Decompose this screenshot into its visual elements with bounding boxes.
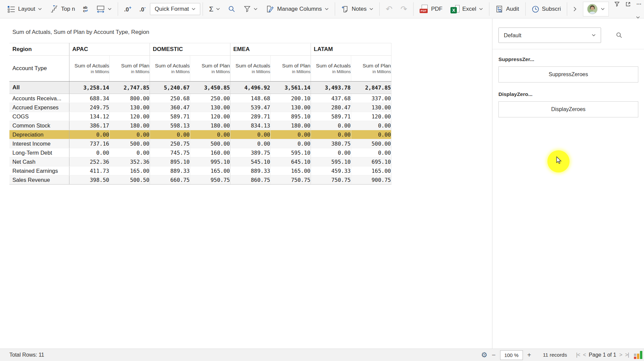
- value-cell[interactable]: 0.00: [351, 148, 391, 157]
- last-page-button[interactable]: >|: [625, 352, 629, 358]
- region-header-latam[interactable]: LATAM: [311, 43, 391, 56]
- row-label[interactable]: Sales Revenue: [9, 175, 69, 185]
- quick-format-button[interactable]: Quick Format: [150, 3, 200, 15]
- column-width-button[interactable]: [93, 3, 115, 15]
- suppress-zeroes-button[interactable]: SuppressZeroes: [498, 66, 638, 83]
- value-cell[interactable]: 0.00: [311, 121, 351, 130]
- value-cell[interactable]: 0.00: [351, 130, 391, 139]
- value-cell[interactable]: 895.10: [270, 112, 311, 121]
- value-cell[interactable]: 160.00: [190, 148, 230, 157]
- value-cell[interactable]: 134.12: [69, 112, 109, 121]
- value-cell[interactable]: 500.00: [351, 139, 391, 148]
- value-cell[interactable]: 250.68: [150, 94, 190, 103]
- expand-icon[interactable]: [625, 1, 631, 7]
- value-cell[interactable]: 360.47: [150, 103, 190, 112]
- value-cell[interactable]: 411.73: [69, 166, 109, 175]
- value-cell[interactable]: 737.16: [69, 139, 109, 148]
- measure-header[interactable]: Sum of Planin Millions: [270, 56, 311, 82]
- value-cell[interactable]: 800.00: [109, 94, 150, 103]
- value-cell[interactable]: 252.36: [69, 157, 109, 166]
- aggregation-button[interactable]: Σ: [205, 3, 224, 15]
- value-cell[interactable]: 3,258.14: [69, 82, 109, 94]
- value-cell[interactable]: 250.00: [190, 94, 230, 103]
- value-cell[interactable]: 5,240.67: [150, 82, 190, 94]
- value-cell[interactable]: 539.47: [230, 103, 270, 112]
- value-cell[interactable]: 860.75: [230, 175, 270, 185]
- value-cell[interactable]: 0.00: [109, 148, 150, 157]
- value-cell[interactable]: 745.75: [150, 148, 190, 157]
- value-cell[interactable]: 645.10: [270, 157, 311, 166]
- value-cell[interactable]: 750.75: [311, 175, 351, 185]
- measure-header[interactable]: Sum of Planin Millions: [351, 56, 391, 82]
- subscribe-button[interactable]: Subscri: [528, 4, 565, 15]
- value-cell[interactable]: 0.00: [351, 121, 391, 130]
- value-cell[interactable]: 598.13: [150, 121, 190, 130]
- filter-button[interactable]: [240, 4, 261, 14]
- measure-header[interactable]: Sum of Actualsin Millions: [230, 56, 270, 82]
- value-cell[interactable]: 130.00: [270, 103, 311, 112]
- value-cell[interactable]: 289.71: [230, 112, 270, 121]
- value-cell[interactable]: 352.36: [109, 157, 150, 166]
- corner-region-label[interactable]: Region: [9, 43, 69, 56]
- value-cell[interactable]: 386.17: [69, 121, 109, 130]
- value-cell[interactable]: 900.75: [351, 175, 391, 185]
- manage-columns-button[interactable]: Manage Columns: [262, 3, 332, 15]
- value-cell[interactable]: 889.33: [230, 166, 270, 175]
- value-cell[interactable]: 0.00: [270, 139, 311, 148]
- user-menu[interactable]: [583, 2, 609, 16]
- export-excel-button[interactable]: X Excel: [447, 3, 487, 15]
- top-n-button[interactable]: Top n: [46, 3, 79, 15]
- toolbar-overflow-button[interactable]: [570, 5, 580, 13]
- value-cell[interactable]: 250.75: [150, 139, 190, 148]
- corner-account-type-label[interactable]: Account Type: [9, 56, 69, 82]
- value-cell[interactable]: 0.00: [230, 130, 270, 139]
- value-cell[interactable]: 165.00: [190, 166, 230, 175]
- region-header-emea[interactable]: EMEA: [230, 43, 311, 56]
- value-cell[interactable]: 0.00: [69, 148, 109, 157]
- row-label[interactable]: All: [9, 82, 69, 94]
- value-cell[interactable]: 180.00: [190, 121, 230, 130]
- remove-decimal-button[interactable]: .0-: [136, 3, 150, 15]
- value-cell[interactable]: 889.33: [150, 166, 190, 175]
- undo-button[interactable]: ↶: [382, 4, 396, 14]
- measure-header[interactable]: Sum of Actualsin Millions: [69, 56, 109, 82]
- measure-header[interactable]: Sum of Actualsin Millions: [150, 56, 190, 82]
- value-cell[interactable]: 589.71: [150, 112, 190, 121]
- value-cell[interactable]: 0.00: [311, 148, 351, 157]
- value-cell[interactable]: 120.00: [109, 112, 150, 121]
- value-cell[interactable]: 500.00: [109, 139, 150, 148]
- layout-button[interactable]: Layout: [3, 3, 46, 15]
- value-cell[interactable]: 437.68: [311, 94, 351, 103]
- region-header-domestic[interactable]: DOMESTIC: [150, 43, 230, 56]
- value-cell[interactable]: 2,747.85: [109, 82, 150, 94]
- value-cell[interactable]: 148.68: [230, 94, 270, 103]
- value-cell[interactable]: 3,493.78: [311, 82, 351, 94]
- value-cell[interactable]: 688.34: [69, 94, 109, 103]
- value-cell[interactable]: 0.00: [69, 130, 109, 139]
- value-cell[interactable]: 389.75: [230, 148, 270, 157]
- value-cell[interactable]: 280.47: [311, 103, 351, 112]
- zoom-in-button[interactable]: +: [527, 351, 531, 359]
- search-button[interactable]: [224, 4, 239, 14]
- filter-small-icon[interactable]: [614, 1, 620, 7]
- redo-button[interactable]: ↷: [397, 4, 411, 14]
- value-cell[interactable]: 595.10: [270, 148, 311, 157]
- measure-header[interactable]: Sum of Planin Millions: [190, 56, 230, 82]
- value-cell[interactable]: 2,847.85: [351, 82, 391, 94]
- value-cell[interactable]: 200.10: [270, 94, 311, 103]
- measure-header[interactable]: Sum of Actualsin Millions: [311, 56, 351, 82]
- value-cell[interactable]: 120.00: [190, 112, 230, 121]
- value-cell[interactable]: 0.00: [109, 130, 150, 139]
- audit-button[interactable]: Audit: [492, 3, 523, 15]
- row-label[interactable]: Accounts Receiva...: [9, 94, 69, 103]
- previous-page-button[interactable]: <: [583, 352, 586, 358]
- value-cell[interactable]: 950.75: [190, 175, 230, 185]
- value-cell[interactable]: 165.00: [270, 166, 311, 175]
- gear-icon[interactable]: ⚙: [481, 352, 487, 358]
- row-label[interactable]: Common Stock: [9, 121, 69, 130]
- region-header-apac[interactable]: APAC: [69, 43, 150, 56]
- value-cell[interactable]: 895.10: [150, 157, 190, 166]
- preset-dropdown[interactable]: Default: [498, 28, 601, 43]
- measure-header[interactable]: Sum of Planin Millions: [109, 56, 150, 82]
- value-cell[interactable]: 0.00: [190, 130, 230, 139]
